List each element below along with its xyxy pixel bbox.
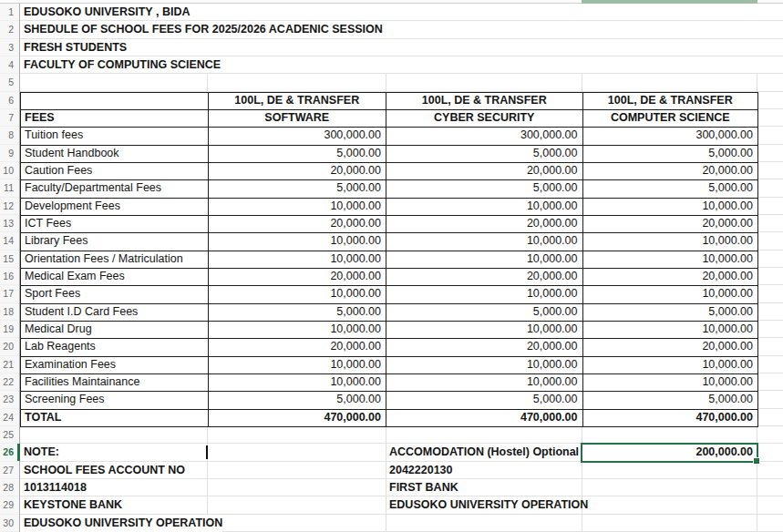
row-header-24[interactable]: 24	[0, 409, 19, 426]
fee-label-cell[interactable]: Library Fees	[21, 233, 209, 251]
group-header-cyber-cell[interactable]: 100L, DE & TRANSFER	[386, 93, 583, 110]
fee-label-cell[interactable]: Orientation Fees / Matriculation	[21, 251, 209, 269]
row-header-16[interactable]: 16	[0, 268, 19, 285]
row-header-1[interactable]: 1	[0, 4, 19, 21]
fee-amount-software-cell[interactable]: 10,000.00	[209, 233, 387, 251]
fee-amount-cyber-security-cell[interactable]: 10,000.00	[386, 374, 583, 392]
fee-label-cell[interactable]: Screening Fees	[21, 392, 209, 409]
fee-amount-software-cell[interactable]: 300,000.00	[209, 128, 387, 145]
title-students[interactable]: FRESH STUDENTS	[20, 39, 127, 56]
fee-label-cell[interactable]: Tuition fees	[21, 128, 209, 145]
row-header-12[interactable]: 12	[0, 198, 19, 215]
fee-label-cell[interactable]: Sport Fees	[21, 286, 209, 303]
row-header-14[interactable]: 14	[0, 232, 19, 250]
fee-label-cell[interactable]: Medical Drug	[21, 322, 209, 339]
fee-amount-software-cell[interactable]: 5,000.00	[209, 304, 387, 322]
fee-amount-cyber-security-cell[interactable]: 10,000.00	[386, 322, 583, 339]
fee-amount-computer-science-cell[interactable]: 20,000.00	[583, 163, 759, 180]
fee-amount-software-cell[interactable]: 10,000.00	[209, 251, 387, 269]
row-header-11[interactable]: 11	[0, 179, 19, 197]
fee-label-cell[interactable]: Lab Reagents	[21, 339, 209, 356]
fee-amount-computer-science-cell[interactable]: 5,000.00	[583, 304, 759, 322]
school-fees-account-label[interactable]: SCHOOL FEES ACCOUNT NO	[20, 462, 185, 479]
row-header-2[interactable]: 2	[0, 21, 19, 38]
fee-amount-cyber-security-cell[interactable]: 5,000.00	[386, 180, 583, 198]
fee-amount-cyber-security-cell[interactable]: 20,000.00	[386, 163, 583, 180]
account-name-left[interactable]: EDUSOKO UNIVERSITY OPERATION	[20, 515, 222, 532]
fee-label-cell[interactable]: Caution Fees	[21, 163, 209, 180]
fee-amount-computer-science-cell[interactable]: 20,000.00	[583, 216, 759, 233]
empty-corner-cell[interactable]	[21, 93, 209, 110]
fee-amount-software-cell[interactable]: 10,000.00	[209, 199, 387, 216]
fee-amount-software-cell[interactable]: 20,000.00	[209, 269, 387, 286]
fee-amount-cyber-security-cell[interactable]: 10,000.00	[386, 199, 583, 216]
fee-amount-cyber-security-cell[interactable]: 20,000.00	[386, 339, 583, 356]
row-header-25[interactable]: 25	[0, 426, 19, 444]
accommodation-label[interactable]: ACCOMODATION (Hostel) Optional	[386, 444, 579, 461]
selected-cell-accommodation-amount[interactable]: 200,000.00	[581, 443, 758, 463]
row-header-26[interactable]: 26	[0, 444, 19, 461]
fee-label-cell[interactable]: Student I.D Card Fees	[21, 304, 209, 322]
fee-amount-software-cell[interactable]: 10,000.00	[209, 322, 387, 339]
fee-amount-software-cell[interactable]: 10,000.00	[209, 357, 387, 374]
group-header-software-cell[interactable]: 100L, DE & TRANSFER	[209, 93, 387, 110]
account-name-right[interactable]: EDUSOKO UNIVERSITY OPERATION	[386, 496, 588, 514]
group-header-compsci-cell[interactable]: 100L, DE & TRANSFER	[583, 93, 759, 110]
total-label-cell[interactable]: TOTAL	[21, 410, 209, 427]
fee-amount-cyber-security-cell[interactable]: 10,000.00	[386, 233, 583, 251]
fee-amount-computer-science-cell[interactable]: 10,000.00	[583, 233, 759, 251]
fee-amount-computer-science-cell[interactable]: 10,000.00	[583, 286, 759, 303]
fee-amount-computer-science-cell[interactable]: 5,000.00	[583, 180, 759, 198]
fee-amount-software-cell[interactable]: 10,000.00	[209, 286, 387, 303]
row-header-21[interactable]: 21	[0, 356, 19, 373]
total-computer-science-cell[interactable]: 470,000.00	[583, 410, 759, 427]
row-header-4[interactable]: 4	[0, 56, 19, 74]
fee-amount-cyber-security-cell[interactable]: 5,000.00	[386, 392, 583, 409]
fee-amount-computer-science-cell[interactable]: 10,000.00	[583, 199, 759, 216]
total-software-cell[interactable]: 470,000.00	[209, 410, 387, 427]
row-header-3[interactable]: 3	[0, 39, 19, 56]
title-schedule[interactable]: SHEDULE OF SCHOOL FEES FOR 2025/2026 ACA…	[20, 21, 383, 38]
row-header-17[interactable]: 17	[0, 285, 19, 302]
row-header-29[interactable]: 29	[0, 496, 19, 514]
first-bank-label[interactable]: FIRST BANK	[386, 479, 458, 496]
title-faculty[interactable]: FACULTY OF COMPUTING SCIENCE	[20, 56, 221, 74]
fee-amount-software-cell[interactable]: 20,000.00	[209, 216, 387, 233]
fee-label-cell[interactable]: ICT Fees	[21, 216, 209, 233]
program-software-cell[interactable]: SOFTWARE	[209, 110, 387, 128]
fee-amount-cyber-security-cell[interactable]: 10,000.00	[386, 251, 583, 269]
fee-amount-computer-science-cell[interactable]: 10,000.00	[583, 251, 759, 269]
fee-label-cell[interactable]: Faculty/Departmental Fees	[21, 180, 209, 198]
fee-amount-computer-science-cell[interactable]: 10,000.00	[583, 322, 759, 339]
fee-amount-software-cell[interactable]: 20,000.00	[209, 163, 387, 180]
fee-amount-software-cell[interactable]: 10,000.00	[209, 374, 387, 392]
fee-amount-cyber-security-cell[interactable]: 300,000.00	[386, 128, 583, 145]
program-computer-science-cell[interactable]: COMPUTER SCIENCE	[583, 110, 759, 128]
row-header-19[interactable]: 19	[0, 321, 19, 338]
fees-header-cell[interactable]: FEES	[21, 110, 209, 128]
fee-amount-computer-science-cell[interactable]: 5,000.00	[583, 392, 759, 409]
fill-handle[interactable]	[753, 457, 760, 465]
row-header-15[interactable]: 15	[0, 251, 19, 268]
row-header-5[interactable]: 5	[0, 74, 19, 91]
keystone-bank-label[interactable]: KEYSTONE BANK	[20, 496, 122, 514]
fee-amount-computer-science-cell[interactable]: 20,000.00	[583, 339, 759, 356]
fee-amount-software-cell[interactable]: 5,000.00	[209, 180, 387, 198]
row-header-7[interactable]: 7	[0, 109, 19, 127]
title-university[interactable]: EDUSOKO UNIVERSITY , BIDA	[20, 4, 190, 21]
row-header-20[interactable]: 20	[0, 338, 19, 355]
fee-amount-software-cell[interactable]: 5,000.00	[209, 392, 387, 409]
fee-amount-computer-science-cell[interactable]: 300,000.00	[583, 128, 759, 145]
fee-amount-software-cell[interactable]: 20,000.00	[209, 339, 387, 356]
fee-amount-cyber-security-cell[interactable]: 5,000.00	[386, 304, 583, 322]
fee-amount-computer-science-cell[interactable]: 20,000.00	[583, 269, 759, 286]
fee-label-cell[interactable]: Facilities Maintainance	[21, 374, 209, 392]
fee-amount-cyber-security-cell[interactable]: 5,000.00	[386, 146, 583, 163]
fee-label-cell[interactable]: Medical Exam Fees	[21, 269, 209, 286]
row-header-30[interactable]: 30	[0, 515, 19, 532]
row-header-18[interactable]: 18	[0, 303, 19, 321]
fee-amount-computer-science-cell[interactable]: 10,000.00	[583, 357, 759, 374]
total-cyber-security-cell[interactable]: 470,000.00	[386, 410, 583, 427]
row-header-27[interactable]: 27	[0, 462, 19, 479]
row-header-9[interactable]: 9	[0, 145, 19, 162]
